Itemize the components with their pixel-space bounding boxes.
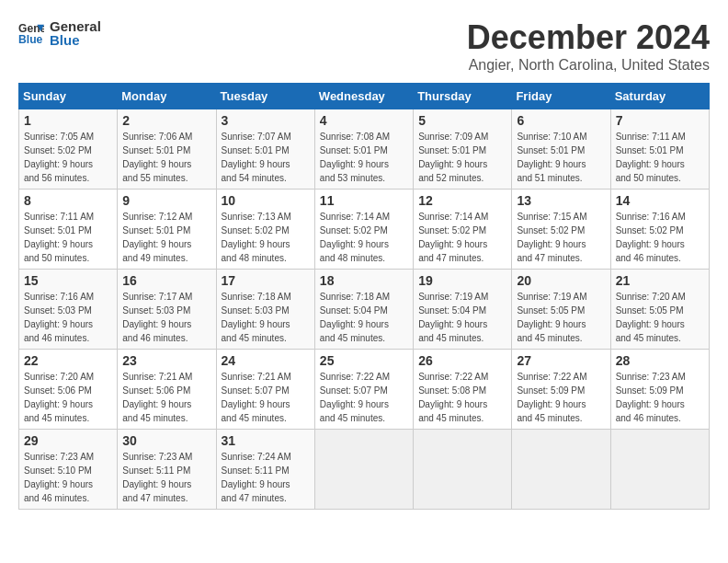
day-info: Sunrise: 7:23 AMSunset: 5:10 PMDaylight:… [24,450,112,505]
calendar-cell: 27Sunrise: 7:22 AMSunset: 5:09 PMDayligh… [512,350,610,430]
day-number: 2 [122,113,210,128]
day-number: 1 [24,113,112,128]
day-info: Sunrise: 7:21 AMSunset: 5:06 PMDaylight:… [122,370,210,425]
day-header-sunday: Sunday [19,84,118,109]
day-info: Sunrise: 7:19 AMSunset: 5:04 PMDaylight:… [418,290,506,345]
day-info: Sunrise: 7:09 AMSunset: 5:01 PMDaylight:… [418,130,506,185]
calendar-cell: 22Sunrise: 7:20 AMSunset: 5:06 PMDayligh… [19,350,118,430]
calendar-cell: 21Sunrise: 7:20 AMSunset: 5:05 PMDayligh… [610,270,709,350]
day-number: 26 [418,353,506,368]
header-row: SundayMondayTuesdayWednesdayThursdayFrid… [19,84,710,109]
calendar-cell: 28Sunrise: 7:23 AMSunset: 5:09 PMDayligh… [610,350,709,430]
svg-text:Blue: Blue [18,33,43,46]
day-header-wednesday: Wednesday [314,84,413,109]
calendar-cell: 25Sunrise: 7:22 AMSunset: 5:07 PMDayligh… [314,350,413,430]
day-info: Sunrise: 7:13 AMSunset: 5:02 PMDaylight:… [222,210,310,265]
day-info: Sunrise: 7:16 AMSunset: 5:02 PMDaylight:… [616,210,704,265]
calendar-week-1: 1Sunrise: 7:05 AMSunset: 5:02 PMDaylight… [19,109,710,190]
day-number: 11 [320,193,408,208]
calendar-cell: 2Sunrise: 7:06 AMSunset: 5:01 PMDaylight… [118,109,216,190]
day-info: Sunrise: 7:12 AMSunset: 5:01 PMDaylight:… [122,210,210,265]
calendar-subtitle: Angier, North Carolina, United States [467,57,710,74]
day-info: Sunrise: 7:19 AMSunset: 5:05 PMDaylight:… [517,290,605,345]
calendar-cell: 15Sunrise: 7:16 AMSunset: 5:03 PMDayligh… [19,270,118,350]
day-info: Sunrise: 7:18 AMSunset: 5:03 PMDaylight:… [222,290,310,345]
day-number: 7 [616,113,704,128]
day-info: Sunrise: 7:22 AMSunset: 5:08 PMDaylight:… [418,370,506,425]
day-number: 17 [222,273,310,288]
day-number: 31 [222,433,310,448]
day-info: Sunrise: 7:24 AMSunset: 5:11 PMDaylight:… [222,450,310,505]
logo: General Blue General Blue [18,18,101,48]
calendar-cell: 30Sunrise: 7:23 AMSunset: 5:11 PMDayligh… [118,430,216,510]
calendar-cell: 14Sunrise: 7:16 AMSunset: 5:02 PMDayligh… [610,190,709,270]
day-info: Sunrise: 7:08 AMSunset: 5:01 PMDaylight:… [320,130,408,185]
day-info: Sunrise: 7:05 AMSunset: 5:02 PMDaylight:… [24,130,112,185]
day-info: Sunrise: 7:15 AMSunset: 5:02 PMDaylight:… [517,210,605,265]
day-number: 25 [320,353,408,368]
calendar-cell: 13Sunrise: 7:15 AMSunset: 5:02 PMDayligh… [512,190,610,270]
calendar-cell: 10Sunrise: 7:13 AMSunset: 5:02 PMDayligh… [216,190,314,270]
calendar-cell: 20Sunrise: 7:19 AMSunset: 5:05 PMDayligh… [512,270,610,350]
calendar-cell: 17Sunrise: 7:18 AMSunset: 5:03 PMDayligh… [216,270,314,350]
day-info: Sunrise: 7:11 AMSunset: 5:01 PMDaylight:… [24,210,112,265]
calendar-cell: 6Sunrise: 7:10 AMSunset: 5:01 PMDaylight… [512,109,610,190]
calendar-title: December 2024 [467,18,710,57]
calendar-cell: 26Sunrise: 7:22 AMSunset: 5:08 PMDayligh… [414,350,512,430]
day-number: 22 [24,353,112,368]
calendar-cell: 8Sunrise: 7:11 AMSunset: 5:01 PMDaylight… [19,190,118,270]
day-number: 24 [222,353,310,368]
calendar-cell: 31Sunrise: 7:24 AMSunset: 5:11 PMDayligh… [216,430,314,510]
calendar-cell: 3Sunrise: 7:07 AMSunset: 5:01 PMDaylight… [216,109,314,190]
day-number: 23 [122,353,210,368]
calendar-week-5: 29Sunrise: 7:23 AMSunset: 5:10 PMDayligh… [19,430,710,510]
day-number: 4 [320,113,408,128]
day-number: 3 [222,113,310,128]
calendar-week-4: 22Sunrise: 7:20 AMSunset: 5:06 PMDayligh… [19,350,710,430]
day-number: 14 [616,193,704,208]
day-number: 13 [517,193,605,208]
day-info: Sunrise: 7:10 AMSunset: 5:01 PMDaylight:… [517,130,605,185]
day-number: 8 [24,193,112,208]
calendar-cell [414,430,512,510]
day-number: 9 [122,193,210,208]
day-info: Sunrise: 7:16 AMSunset: 5:03 PMDaylight:… [24,290,112,345]
logo-line2: Blue [50,32,101,48]
calendar-cell: 16Sunrise: 7:17 AMSunset: 5:03 PMDayligh… [118,270,216,350]
day-info: Sunrise: 7:22 AMSunset: 5:09 PMDaylight:… [517,370,605,425]
day-number: 18 [320,273,408,288]
day-info: Sunrise: 7:11 AMSunset: 5:01 PMDaylight:… [616,130,704,185]
day-number: 12 [418,193,506,208]
page-header: General Blue General Blue December 2024 … [18,18,710,74]
day-number: 6 [517,113,605,128]
day-info: Sunrise: 7:20 AMSunset: 5:06 PMDaylight:… [24,370,112,425]
day-header-thursday: Thursday [414,84,512,109]
day-header-monday: Monday [118,84,216,109]
day-info: Sunrise: 7:18 AMSunset: 5:04 PMDaylight:… [320,290,408,345]
calendar-cell: 19Sunrise: 7:19 AMSunset: 5:04 PMDayligh… [414,270,512,350]
day-header-tuesday: Tuesday [216,84,314,109]
calendar-cell [512,430,610,510]
day-number: 28 [616,353,704,368]
calendar-cell: 24Sunrise: 7:21 AMSunset: 5:07 PMDayligh… [216,350,314,430]
day-info: Sunrise: 7:07 AMSunset: 5:01 PMDaylight:… [222,130,310,185]
day-number: 15 [24,273,112,288]
calendar-week-3: 15Sunrise: 7:16 AMSunset: 5:03 PMDayligh… [19,270,710,350]
day-info: Sunrise: 7:20 AMSunset: 5:05 PMDaylight:… [616,290,704,345]
title-section: December 2024 Angier, North Carolina, Un… [467,18,710,74]
day-number: 5 [418,113,506,128]
day-number: 19 [418,273,506,288]
day-number: 10 [222,193,310,208]
day-number: 27 [517,353,605,368]
calendar-cell [314,430,413,510]
day-info: Sunrise: 7:23 AMSunset: 5:11 PMDaylight:… [122,450,210,505]
day-number: 16 [122,273,210,288]
day-info: Sunrise: 7:06 AMSunset: 5:01 PMDaylight:… [122,130,210,185]
calendar-cell: 4Sunrise: 7:08 AMSunset: 5:01 PMDaylight… [314,109,413,190]
day-number: 20 [517,273,605,288]
calendar-cell: 5Sunrise: 7:09 AMSunset: 5:01 PMDaylight… [414,109,512,190]
calendar-week-2: 8Sunrise: 7:11 AMSunset: 5:01 PMDaylight… [19,190,710,270]
calendar-cell: 7Sunrise: 7:11 AMSunset: 5:01 PMDaylight… [610,109,709,190]
day-info: Sunrise: 7:22 AMSunset: 5:07 PMDaylight:… [320,370,408,425]
day-info: Sunrise: 7:14 AMSunset: 5:02 PMDaylight:… [320,210,408,265]
